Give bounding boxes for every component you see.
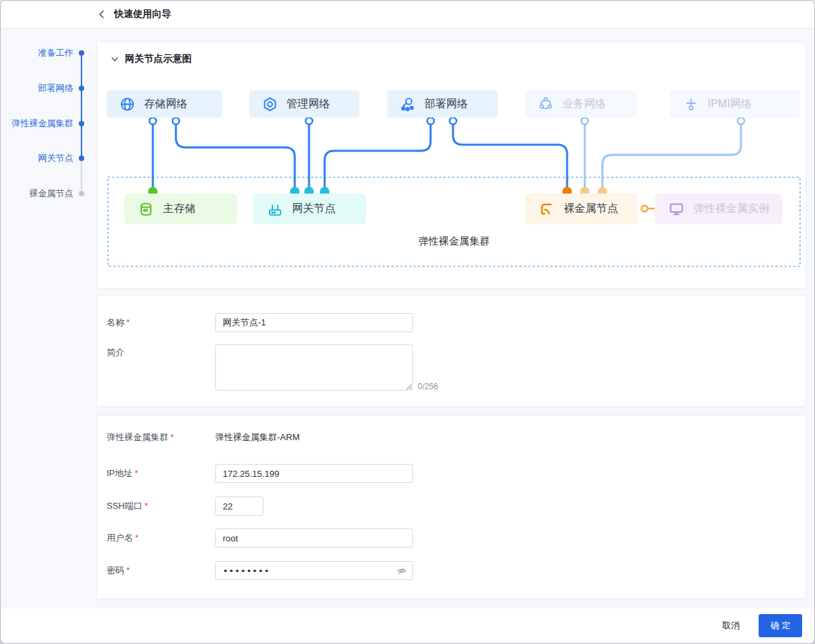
ssh-port-input[interactable] — [215, 497, 264, 516]
cloud-nodes-icon — [538, 96, 554, 112]
required-marker: * — [170, 432, 174, 442]
cluster-value: 弹性裸金属集群-ARM — [215, 432, 300, 443]
step-dot-4 — [79, 156, 84, 161]
chevron-left-icon — [97, 10, 107, 19]
ip-input[interactable] — [215, 464, 413, 483]
username-label: 用户名* — [107, 529, 139, 548]
network-box-storage: 存储网络 — [107, 90, 222, 118]
step-dot-5 — [79, 191, 84, 196]
network-box-deploy: 部署网络 — [387, 90, 498, 118]
required-marker: * — [145, 501, 148, 511]
name-input[interactable] — [215, 313, 413, 332]
password-label: 密码* — [107, 561, 130, 580]
ip-label: IP地址* — [107, 464, 138, 483]
step-item-prepare[interactable]: 准备工作 — [38, 47, 73, 59]
cancel-button[interactable]: 取消 — [712, 614, 749, 637]
desc-label: 简介 — [107, 346, 124, 359]
node-box-primary-storage: 主存储 — [124, 194, 237, 224]
diagram-wires — [97, 42, 807, 289]
username-input[interactable] — [215, 529, 413, 548]
required-marker: * — [126, 565, 130, 575]
globe-icon — [120, 96, 135, 112]
name-label: 名称* — [107, 313, 130, 332]
network-box-business: 业务网络 — [525, 90, 637, 118]
node-label: 主存储 — [163, 202, 196, 216]
required-marker: * — [135, 533, 139, 543]
step-dot-2 — [79, 86, 84, 91]
network-label: 业务网络 — [562, 97, 606, 111]
header: 快速使用向导 — [1, 1, 814, 29]
node-box-instance: 弹性裸金属实例 — [655, 194, 782, 224]
ssh-port-label: SSH端口* — [107, 497, 148, 516]
node-label: 网关节点 — [292, 202, 336, 216]
network-label: 管理网络 — [287, 97, 330, 111]
network-label: 存储网络 — [144, 97, 187, 111]
hex-gear-icon — [262, 96, 278, 112]
desc-textarea[interactable] — [215, 344, 413, 391]
cluster-field-label: 弹性裸金属集群* — [107, 428, 174, 447]
step-item-network[interactable]: 部署网络 — [38, 82, 73, 94]
node-label: 裸金属节点 — [564, 202, 618, 216]
step-dot-1 — [79, 50, 84, 56]
database-icon — [138, 201, 154, 217]
network-label: IPMI网络 — [708, 97, 752, 111]
eye-off-icon — [397, 566, 407, 576]
basic-form-card: 名称* 简介 0/256 — [96, 295, 806, 407]
rss-icon — [539, 201, 555, 217]
cluster-label: 弹性裸金属集群 — [108, 235, 800, 248]
step-dot-3 — [79, 121, 84, 126]
page-title: 快速使用向导 — [114, 8, 171, 20]
diagram-card: 网关节点示意图 — [96, 41, 806, 289]
router-icon — [267, 201, 283, 217]
required-marker: * — [126, 317, 130, 327]
network-label: 部署网络 — [424, 97, 468, 111]
password-field — [215, 561, 413, 580]
password-input[interactable] — [223, 566, 397, 576]
node-box-gateway: 网关节点 — [253, 194, 366, 224]
char-counter: 0/256 — [418, 382, 438, 391]
monitor-icon — [668, 201, 685, 217]
step-item-baremetal[interactable]: 裸金属节点 — [29, 187, 73, 200]
confirm-button[interactable]: 确 定 — [759, 614, 802, 637]
step-item-gateway[interactable]: 网关节点 — [38, 152, 73, 164]
network-box-ipmi: IPMI网络 — [670, 90, 800, 118]
stepper-line-pending — [81, 158, 82, 194]
required-marker: * — [134, 468, 138, 478]
main-area: 准备工作 部署网络 弹性裸金属集群 网关节点 裸金属节点 网关节点示意图 — [1, 29, 814, 607]
stepper-line-active — [81, 53, 82, 158]
probe-icon — [683, 96, 699, 112]
step-item-cluster[interactable]: 弹性裸金属集群 — [12, 118, 73, 130]
network-box-management: 管理网络 — [249, 90, 359, 118]
wizard-window: 快速使用向导 准备工作 部署网络 弹性裸金属集群 网关节点 裸金属节点 网关节点… — [0, 0, 815, 644]
back-button[interactable] — [95, 7, 109, 21]
node-label: 弹性裸金属实例 — [693, 202, 769, 216]
toggle-password-visibility-button[interactable] — [397, 566, 407, 576]
wizard-stepper: 准备工作 部署网络 弹性裸金属集群 网关节点 裸金属节点 — [1, 29, 96, 607]
cluster-icon — [400, 96, 416, 112]
footer-bar: 取消 确 定 — [1, 607, 814, 643]
diagram-canvas: 存储网络 管理网络 部署网络 业务网络 IPMI网络 — [97, 42, 807, 289]
node-box-baremetal: 裸金属节点 — [525, 194, 638, 224]
connection-form-card: 弹性裸金属集群* 弹性裸金属集群-ARM IP地址* SSH端口* 用户名* 密… — [96, 415, 806, 599]
